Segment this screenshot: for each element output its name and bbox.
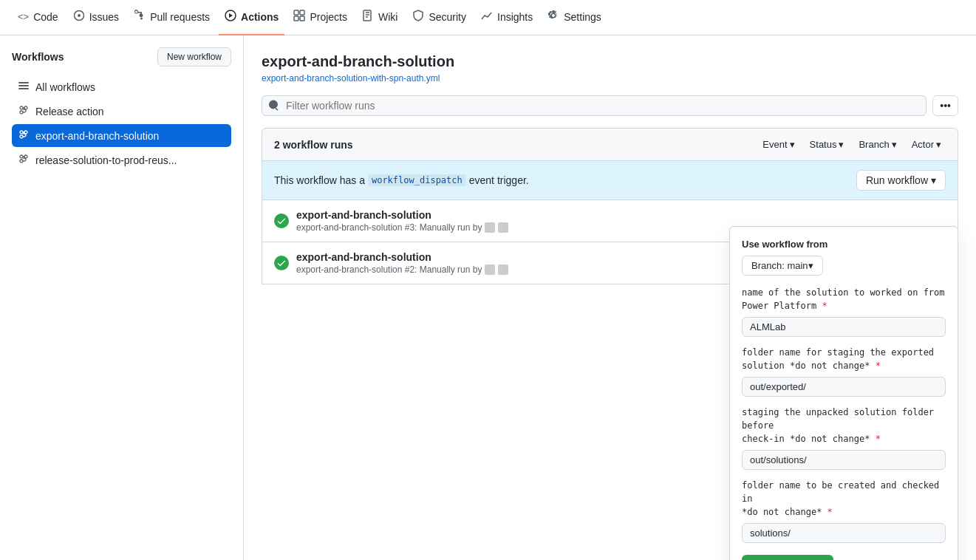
nav-item-insights[interactable]: Insights (475, 0, 539, 35)
solution-name-input[interactable] (742, 317, 946, 337)
status-filter-label: Status (810, 139, 837, 150)
dispatch-text: This workflow has a workflow_dispatch ev… (274, 174, 529, 186)
event-chevron-icon: ▾ (790, 139, 795, 150)
nav-item-projects[interactable]: Projects (287, 0, 353, 35)
checked-in-folder-input[interactable] (742, 523, 946, 543)
search-input[interactable] (262, 95, 926, 116)
nav-label-pull-requests: Pull requests (150, 11, 210, 23)
svg-rect-7 (300, 16, 304, 21)
svg-rect-11 (18, 88, 29, 89)
nav-label-actions: Actions (241, 11, 279, 23)
issues-icon (73, 10, 85, 24)
svg-point-1 (78, 14, 81, 17)
nav-label-issues: Issues (89, 11, 119, 23)
search-container (262, 95, 926, 116)
run-workflow-button[interactable]: Run workflow ▾ (856, 170, 946, 191)
nav-label-settings: Settings (564, 11, 601, 23)
runs-count: 2 workflow runs (274, 139, 353, 151)
run-name: export-and-branch-solution (296, 209, 946, 221)
branch-filter-label: Branch (859, 139, 889, 150)
nav-label-insights: Insights (497, 11, 533, 23)
more-options-icon: ••• (940, 100, 951, 112)
filter-bar: ••• (262, 95, 958, 116)
pull-request-icon (134, 10, 146, 24)
export-icon (18, 129, 30, 143)
run-workflow-dropdown: Use workflow from Branch: main ▾ name of… (729, 226, 958, 560)
dispatch-code: workflow_dispatch (368, 174, 466, 186)
svg-point-18 (20, 155, 23, 158)
avatar (485, 264, 495, 275)
nav-label-projects: Projects (310, 11, 347, 23)
event-filter-label: Event (762, 139, 787, 150)
all-workflows-icon (18, 80, 30, 94)
code-icon: <> (18, 11, 29, 22)
branch-chevron-icon: ▾ (808, 260, 813, 271)
sidebar-header: Workflows New workflow (12, 47, 231, 66)
avatar (498, 222, 508, 233)
run-workflow-label: Run workflow (866, 174, 928, 186)
actor-filter-button[interactable]: Actor ▾ (907, 137, 946, 151)
sidebar-item-all-workflows[interactable]: All workflows (12, 75, 231, 98)
branch-filter-button[interactable]: Branch ▾ (854, 137, 901, 151)
export-branch-label: export-and-branch-solution (35, 130, 159, 142)
release-action-label: Release action (35, 106, 104, 117)
sidebar-title: Workflows (12, 51, 64, 63)
workflow-filename-link[interactable]: export-and-branch-solution-with-spn-auth… (262, 73, 440, 83)
required-asterisk-2: * (876, 361, 881, 371)
dropdown-title: Use workflow from (742, 239, 946, 250)
workflow-title: export-and-branch-solution (262, 53, 958, 70)
sidebar-item-export-and-branch-solution[interactable]: export-and-branch-solution (12, 124, 231, 147)
release-action-icon (18, 104, 30, 118)
actions-icon (225, 10, 236, 24)
staging-folder-input[interactable] (742, 377, 946, 397)
release-solution-icon (18, 153, 30, 167)
sidebar: Workflows New workflow All workflows Rel… (0, 35, 244, 560)
run-status-success-icon-2 (274, 256, 289, 270)
workflow-filename: export-and-branch-solution-with-spn-auth… (262, 73, 958, 83)
run-meta-text-2: export-and-branch-solution #2: Manually … (296, 264, 482, 275)
field-label-staging-folder: folder name for staging the exportedsolu… (742, 346, 946, 372)
more-options-button[interactable]: ••• (932, 95, 958, 116)
required-asterisk: * (822, 301, 827, 311)
sidebar-item-release-action[interactable]: Release action (12, 100, 231, 123)
svg-point-14 (20, 111, 23, 114)
dispatch-prefix: This workflow has a (274, 174, 365, 186)
unpacked-folder-input[interactable] (742, 450, 946, 470)
release-solution-label: release-solution-to-prod-reus... (35, 154, 177, 166)
nav-label-security: Security (429, 11, 466, 23)
svg-rect-9 (18, 82, 29, 83)
svg-rect-8 (364, 10, 371, 21)
svg-rect-5 (300, 10, 304, 15)
security-icon (412, 10, 424, 24)
avatar (485, 222, 495, 233)
new-workflow-button[interactable]: New workflow (157, 47, 231, 66)
settings-icon (547, 10, 559, 24)
runs-header: 2 workflow runs Event ▾ Status ▾ Branch … (262, 128, 958, 161)
required-asterisk-4: * (827, 507, 833, 517)
status-filter-button[interactable]: Status ▾ (805, 137, 849, 151)
event-filter-button[interactable]: Event ▾ (758, 137, 799, 151)
top-navigation: <> Code Issues Pull requests Actions Pro… (0, 0, 976, 35)
status-chevron-icon: ▾ (839, 139, 844, 150)
svg-point-12 (20, 106, 23, 109)
branch-chevron-icon: ▾ (892, 139, 897, 150)
branch-select-button[interactable]: Branch: main ▾ (742, 256, 823, 276)
nav-item-issues[interactable]: Issues (67, 0, 125, 35)
svg-marker-3 (229, 13, 233, 18)
nav-item-settings[interactable]: Settings (542, 0, 607, 35)
actor-chevron-icon: ▾ (936, 139, 941, 150)
nav-item-wiki[interactable]: Wiki (356, 0, 403, 35)
field-label-solution-name: name of the solution to worked on fromPo… (742, 286, 946, 313)
wiki-icon (362, 10, 374, 24)
field-label-unpacked-folder: staging the unpacked solution folder bef… (742, 406, 946, 445)
nav-item-actions[interactable]: Actions (219, 0, 284, 35)
nav-item-code[interactable]: <> Code (12, 0, 64, 35)
nav-item-pull-requests[interactable]: Pull requests (128, 0, 216, 35)
run-workflow-submit-button[interactable]: Run workflow (742, 555, 833, 560)
nav-item-security[interactable]: Security (406, 0, 472, 35)
projects-icon (293, 10, 305, 24)
avatar (498, 264, 508, 275)
all-workflows-label: All workflows (35, 81, 95, 93)
sidebar-item-release-solution[interactable]: release-solution-to-prod-reus... (12, 148, 231, 171)
nav-label-wiki: Wiki (378, 11, 397, 23)
